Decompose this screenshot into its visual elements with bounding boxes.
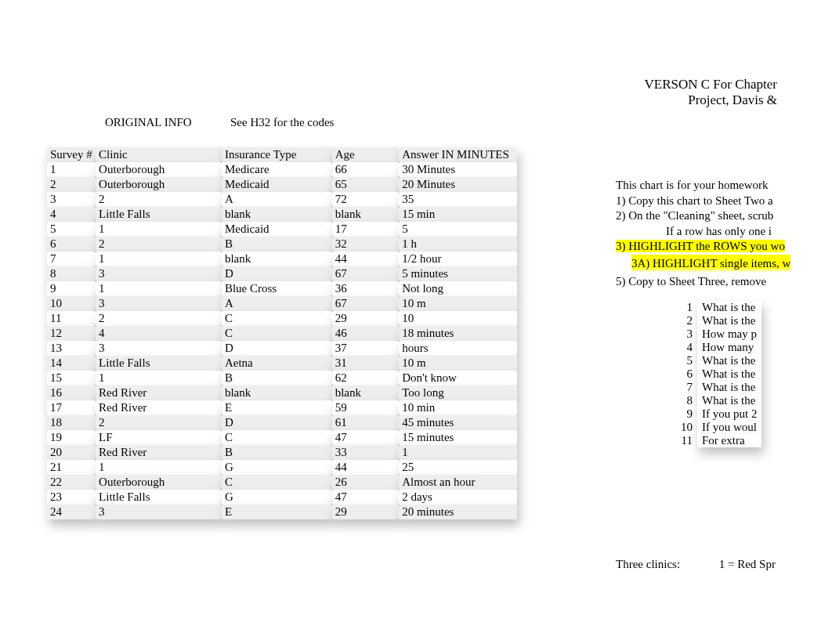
table-row: 83D675 minutes xyxy=(47,266,517,281)
table-cell: 23 xyxy=(47,490,96,505)
table-cell: 47 xyxy=(332,430,399,445)
table-cell: D xyxy=(222,341,332,356)
table-cell: 44 xyxy=(332,460,399,475)
question-number: 3 xyxy=(658,327,697,341)
table-header-row: Survey # Clinic Insurance Type Age Answe… xyxy=(47,147,517,162)
instructions-step3: 3) HIGHLIGHT the ROWS you wo xyxy=(616,239,832,255)
table-cell: 66 xyxy=(332,162,399,177)
table-cell: Little Falls xyxy=(96,207,222,222)
table-cell: 65 xyxy=(332,177,399,192)
questions-list: 1What is the2What is the3How may p4How m… xyxy=(658,301,830,447)
table-cell: Little Falls xyxy=(96,490,222,505)
table-cell: 5 minutes xyxy=(399,266,517,281)
table-cell: 2 days xyxy=(399,490,517,505)
table-cell: 2 xyxy=(96,311,222,326)
table-cell: 1 xyxy=(96,281,222,296)
table-cell: blank xyxy=(332,385,399,400)
table-cell: 1 xyxy=(399,445,517,460)
table-cell: 20 xyxy=(47,445,96,460)
three-clinics-label: Three clinics: xyxy=(616,558,716,571)
table-row: 182D6145 minutes xyxy=(47,415,517,430)
list-item: 7What is the xyxy=(658,381,761,394)
table-cell: C xyxy=(222,311,332,326)
table-cell: 1/2 hour xyxy=(399,251,517,266)
instructions-block: This chart is for your homework 1) Copy … xyxy=(616,178,832,290)
table-row: 133D37hours xyxy=(47,341,517,356)
table-cell: 37 xyxy=(332,341,399,356)
table-cell: 6 xyxy=(47,237,96,251)
table-cell: Medicaid xyxy=(222,177,332,192)
table-cell: Red River xyxy=(96,400,222,415)
table-cell: 11 xyxy=(47,311,96,326)
table-cell: 29 xyxy=(332,505,399,519)
table-cell: 24 xyxy=(47,505,96,519)
question-text: What is the xyxy=(697,301,761,314)
table-cell: 5 xyxy=(399,222,517,237)
question-text: For extra xyxy=(697,434,761,447)
three-clinics-value: 1 = Red Spr xyxy=(719,558,776,570)
table-cell: 29 xyxy=(332,311,399,326)
question-number: 7 xyxy=(658,381,697,394)
question-text: What is the xyxy=(697,367,761,381)
table-cell: 15 xyxy=(47,371,96,385)
table-row: 1OuterboroughMedicare6630 Minutes xyxy=(47,162,517,177)
table-cell: 7 xyxy=(47,251,96,266)
table-cell: 10 xyxy=(47,296,96,311)
question-number: 8 xyxy=(658,394,697,407)
table-cell: 1 xyxy=(47,162,96,177)
table-cell: Red River xyxy=(96,445,222,460)
table-cell: 3 xyxy=(96,341,222,356)
table-row: 243E2920 minutes xyxy=(47,505,517,519)
table-cell: Don't know xyxy=(399,371,517,385)
table-row: 151B62Don't know xyxy=(47,371,517,385)
header-answer: Answer IN MINUTES xyxy=(399,147,517,162)
table-cell: B xyxy=(222,237,332,251)
table-cell: Too long xyxy=(399,385,517,400)
instructions-step2: 2) On the "Cleaning" sheet, scrub xyxy=(616,208,832,224)
table-cell: Medicaid xyxy=(222,222,332,237)
table-cell: 10 xyxy=(399,311,517,326)
table-row: 32A7235 xyxy=(47,192,517,207)
question-text: What is the xyxy=(697,381,761,394)
question-number: 11 xyxy=(658,434,697,447)
table-row: 91Blue Cross36Not long xyxy=(47,281,517,296)
table-cell: blank xyxy=(222,385,332,400)
table-cell: 59 xyxy=(332,400,399,415)
table-cell: 33 xyxy=(332,445,399,460)
table-cell: hours xyxy=(399,341,517,356)
table-cell: 1 xyxy=(96,371,222,385)
table-row: 112C2910 xyxy=(47,311,517,326)
question-number: 4 xyxy=(658,341,697,354)
table-cell: 67 xyxy=(332,296,399,311)
instructions-step5: 5) Copy to Sheet Three, remove xyxy=(616,274,832,290)
table-cell: 10 m xyxy=(399,296,517,311)
instructions-step2a: If a row has only one i xyxy=(616,224,832,240)
table-row: 62B321 h xyxy=(47,237,517,251)
list-item: 2What is the xyxy=(658,314,761,327)
table-cell: 3 xyxy=(47,192,96,207)
table-cell: 4 xyxy=(47,207,96,222)
table-cell: Almost an hour xyxy=(399,475,517,490)
table-cell: 22 xyxy=(47,475,96,490)
table-cell: 30 Minutes xyxy=(399,162,517,177)
table-cell: Outerborough xyxy=(96,162,222,177)
header-survey: Survey # xyxy=(47,147,96,162)
table-cell: C xyxy=(222,430,332,445)
table-cell: 2 xyxy=(96,415,222,430)
table-cell: blank xyxy=(222,251,332,266)
table-cell: 17 xyxy=(332,222,399,237)
table-cell: A xyxy=(222,296,332,311)
table-row: 211G4425 xyxy=(47,460,517,475)
question-number: 2 xyxy=(658,314,697,327)
three-clinics: Three clinics: 1 = Red Spr xyxy=(616,558,776,571)
table-row: 16Red RiverblankblankToo long xyxy=(47,385,517,400)
table-cell: 25 xyxy=(399,460,517,475)
see-codes-label: See H32 for the codes xyxy=(230,116,334,129)
list-item: 9If you put 2 xyxy=(658,407,761,421)
heading-top: VERSON C For Chapter Project, Davis & xyxy=(644,77,777,109)
table-cell: 1 h xyxy=(399,237,517,251)
table-cell: 67 xyxy=(332,266,399,281)
table-cell: 3 xyxy=(96,296,222,311)
table-cell: 1 xyxy=(96,222,222,237)
table-cell: Medicare xyxy=(222,162,332,177)
